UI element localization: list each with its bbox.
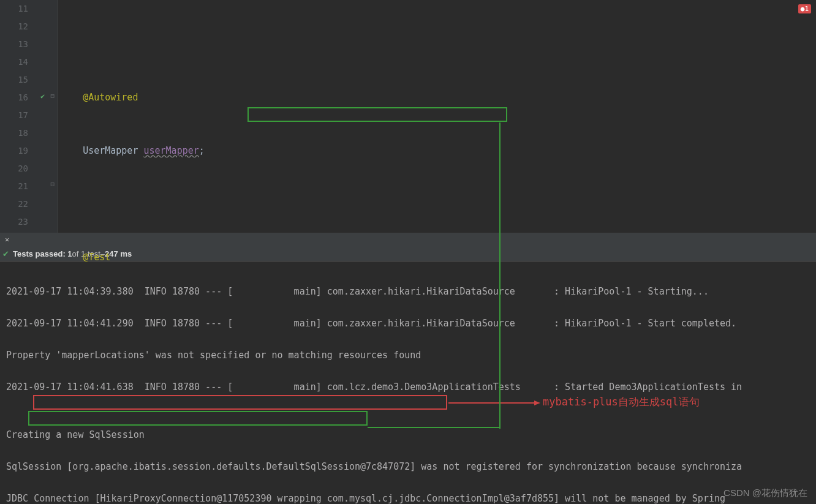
- console-line: Property 'mapperLocations' was not speci…: [6, 347, 810, 363]
- code-line: UserMapper userMapper;: [61, 142, 816, 160]
- line-number: 20: [0, 160, 28, 178]
- annotation-text: mybatis-plus自动生成sql语句: [543, 394, 700, 410]
- watermark: CSDN @花伤情犹在: [723, 487, 807, 499]
- console-line: SqlSession [org.apache.ibatis.session.de…: [6, 459, 810, 475]
- line-number: 23: [0, 213, 28, 231]
- line-number: 22: [0, 195, 28, 213]
- test-pass-icon[interactable]: ✔: [40, 92, 45, 100]
- fold-icon[interactable]: ⊟: [50, 180, 55, 188]
- line-number: 17: [0, 107, 28, 124]
- code-editor[interactable]: 11 12 13 14 15 16 17 18 19 20 21 22 23 ✔…: [0, 0, 816, 233]
- line-number: 21: [0, 178, 28, 195]
- highlight-box: [247, 107, 507, 122]
- check-icon: ✔: [2, 249, 9, 258]
- line-gutter: 11 12 13 14 15 16 17 18 19 20 21 22 23: [0, 0, 37, 233]
- error-badge[interactable]: ● 1: [798, 4, 811, 13]
- line-number: 15: [0, 71, 28, 89]
- code-line: [61, 195, 816, 213]
- fold-icon[interactable]: ⊟: [50, 92, 55, 100]
- line-number: 12: [0, 18, 28, 36]
- close-icon[interactable]: ✕: [5, 235, 9, 244]
- gutter-icons: ✔ ⊟ ⊟: [37, 0, 58, 233]
- console-line: 2021-09-17 11:04:41.290 INFO 18780 --- […: [6, 315, 810, 331]
- console-output[interactable]: 2021-09-17 11:04:39.380 INFO 18780 --- […: [0, 261, 816, 503]
- line-number: 14: [0, 53, 28, 71]
- console-line: 2021-09-17 11:04:39.380 INFO 18780 --- […: [6, 284, 810, 299]
- highlight-red-box: [33, 395, 447, 410]
- connector-line-h: [368, 427, 500, 428]
- code-content[interactable]: @Autowired UserMapper userMapper; @Test …: [58, 0, 816, 233]
- highlight-green-box: [28, 411, 368, 426]
- console-line: 2021-09-17 11:04:41.638 INFO 18780 --- […: [6, 379, 810, 395]
- line-number: 13: [0, 36, 28, 53]
- line-number: 18: [0, 124, 28, 142]
- connector-line-v: [499, 122, 501, 429]
- svg-marker-1: [534, 401, 540, 405]
- console-line: Creating a new SqlSession: [6, 427, 810, 443]
- console-line: JDBC Connection [HikariProxyConnection@1…: [6, 491, 810, 504]
- line-number: 11: [0, 0, 28, 18]
- line-number: 16: [0, 89, 28, 107]
- code-line: [61, 36, 816, 53]
- line-number: 19: [0, 142, 28, 160]
- arrow-line: [448, 400, 540, 406]
- code-line: @Autowired: [61, 89, 816, 107]
